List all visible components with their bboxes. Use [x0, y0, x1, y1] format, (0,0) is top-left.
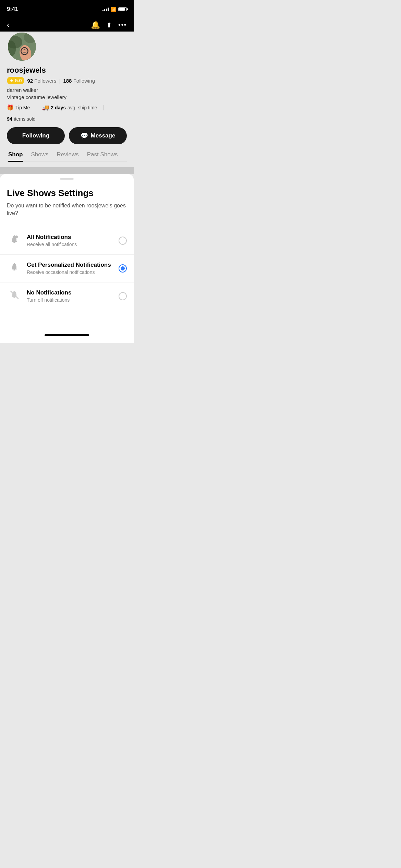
- items-sold-item: 94 items sold: [7, 116, 36, 122]
- signal-icon: [102, 7, 109, 11]
- radio-dot: [121, 266, 125, 270]
- message-button[interactable]: 💬 Message: [69, 127, 127, 144]
- sheet-handle: [60, 178, 74, 180]
- all-notif-text: All Notifications Receive all notificati…: [27, 234, 119, 247]
- svg-rect-11: [13, 269, 15, 270]
- status-time: 9:41: [7, 6, 18, 13]
- status-icons: 📶: [102, 7, 127, 12]
- notification-option-personalized[interactable]: Get Personalized Notifications Receive o…: [0, 255, 134, 282]
- all-notif-desc: Receive all notifications: [27, 242, 119, 247]
- tip-me-item[interactable]: 🎁 Tip Me: [7, 104, 30, 111]
- following-count: 188 Following: [63, 78, 95, 84]
- tip-label: Tip Me: [15, 105, 30, 110]
- info-divider-2: |: [102, 105, 104, 111]
- bio-text: Vintage costume jewellery: [7, 94, 127, 100]
- info-divider-1: |: [35, 105, 37, 111]
- following-button[interactable]: Following: [7, 127, 65, 144]
- message-icon: 💬: [81, 132, 88, 140]
- username: roosjewels: [7, 66, 127, 75]
- no-notif-radio[interactable]: [119, 292, 127, 300]
- full-name: darren walker: [7, 87, 127, 93]
- avatar: [7, 32, 37, 62]
- action-buttons: Following 💬 Message: [7, 127, 127, 144]
- sheet-title: Live Shows Settings: [0, 188, 134, 198]
- all-notif-title: All Notifications: [27, 234, 119, 241]
- personalized-notif-desc: Receive occasional notifications: [27, 269, 119, 275]
- svg-rect-12: [13, 297, 15, 298]
- all-notif-icon-wrapper: [7, 233, 22, 248]
- svg-point-10: [15, 236, 18, 238]
- profile-tabs: Shop Shows Reviews Past Shows: [7, 151, 127, 162]
- personalized-notif-text: Get Personalized Notifications Receive o…: [27, 262, 119, 275]
- ship-time-item: 🚚 2 days avg. ship time: [42, 104, 97, 111]
- back-button[interactable]: ‹: [7, 21, 9, 29]
- no-notif-desc: Turn off notifications: [27, 297, 119, 303]
- tab-shop[interactable]: Shop: [8, 151, 23, 161]
- svg-rect-9: [13, 242, 15, 243]
- star-icon: ★: [10, 78, 14, 83]
- notification-bell-icon[interactable]: 🔔: [91, 21, 100, 29]
- header-actions: 🔔 ⬆ •••: [91, 21, 127, 29]
- no-notifications-icon: [9, 290, 20, 302]
- rating-badge: ★ 5.0: [7, 77, 24, 84]
- notification-option-all[interactable]: All Notifications Receive all notificati…: [0, 227, 134, 255]
- personalized-notif-icon-wrapper: [7, 261, 22, 276]
- stats-row: ★ 5.0 92 Followers | 188 Following: [7, 77, 127, 84]
- all-notif-radio[interactable]: [119, 237, 127, 245]
- profile-section: roosjewels ★ 5.0 92 Followers | 188 Foll…: [0, 32, 134, 167]
- info-row: 🎁 Tip Me | 🚚 2 days avg. ship time | 94 …: [7, 104, 127, 122]
- personalized-notifications-icon: [9, 262, 20, 275]
- notification-option-none[interactable]: No Notifications Turn off notifications: [0, 282, 134, 310]
- followers-count: 92 Followers: [27, 78, 56, 84]
- wifi-icon: 📶: [111, 7, 116, 12]
- stat-divider-1: |: [59, 78, 61, 84]
- share-icon[interactable]: ⬆: [106, 21, 112, 29]
- tab-past-shows[interactable]: Past Shows: [87, 151, 118, 161]
- no-notif-title: No Notifications: [27, 289, 119, 296]
- avatar-container: [7, 32, 127, 62]
- ship-icon: 🚚: [42, 104, 49, 111]
- more-options-icon[interactable]: •••: [118, 22, 127, 29]
- home-indicator: [0, 331, 134, 343]
- bottom-sheet: Live Shows Settings Do you want to be no…: [0, 174, 134, 343]
- tab-reviews[interactable]: Reviews: [57, 151, 79, 161]
- no-notif-text: No Notifications Turn off notifications: [27, 289, 119, 303]
- tip-icon: 🎁: [7, 104, 14, 111]
- all-notifications-icon: [9, 234, 20, 247]
- personalized-notif-title: Get Personalized Notifications: [27, 262, 119, 268]
- rating-value: 5.0: [15, 78, 22, 83]
- bottom-sheet-backdrop: [0, 167, 134, 174]
- no-notif-icon-wrapper: [7, 289, 22, 304]
- home-bar: [45, 334, 89, 336]
- personalized-notif-radio[interactable]: [119, 264, 127, 273]
- sheet-subtitle: Do you want to be notified when roosjewe…: [0, 202, 134, 217]
- status-bar: 9:41 📶: [0, 0, 134, 16]
- battery-icon: [118, 7, 127, 11]
- tab-shows[interactable]: Shows: [31, 151, 49, 161]
